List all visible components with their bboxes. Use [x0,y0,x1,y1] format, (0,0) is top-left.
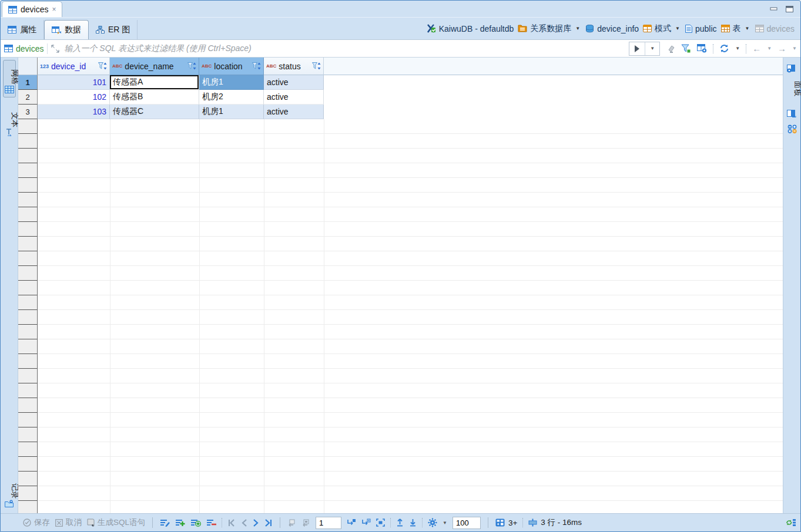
grid-cell-location[interactable]: 机房2 [199,90,264,105]
execute-filter-button[interactable] [629,42,645,55]
calc-panel-toggle[interactable]: 3+ [495,518,517,527]
scroll-page-back-button[interactable] [287,519,296,527]
grid-cell-location[interactable]: 机房1 [199,105,264,119]
divider [522,518,523,527]
grid-cell-location-selected[interactable]: 机房1 [199,75,264,90]
filter-settings-icon[interactable] [681,44,691,53]
tab-properties[interactable]: 属性 [1,20,44,40]
column-header-location[interactable]: ABC location [199,58,264,75]
refresh-dropdown-icon[interactable]: ▼ [735,46,740,51]
minimize-icon[interactable] [770,6,777,12]
import-down-button[interactable] [409,518,417,527]
duplicate-row-button[interactable] [190,518,201,527]
value-panel-button[interactable] [786,106,798,121]
editor-tab-devices[interactable]: devices × [2,1,62,17]
calc-panel-button[interactable] [786,121,798,137]
auto-refresh-icon[interactable] [786,518,796,527]
select-page-button[interactable] [376,518,385,527]
nav-forward-dropdown-icon[interactable]: ▼ [792,46,797,51]
breadcrumb-table-type[interactable]: 表 ▼ [721,23,751,34]
grid-cell-status[interactable]: active [264,90,324,105]
filter-sort-icon[interactable] [312,62,321,70]
grid-row-2: 2 102 传感器B 机房2 active [18,90,783,105]
filter-sort-icon[interactable] [252,62,261,70]
tab-er-diagram[interactable]: ER 图 [89,20,138,40]
divider [222,518,222,527]
cancel-button[interactable]: 取消 [55,517,82,528]
grid-cell-device-name[interactable]: 传感器C [110,105,199,119]
first-row-button[interactable] [227,519,236,527]
save-button[interactable]: 保存 [23,517,50,528]
generate-sql-button[interactable]: 生成SQL语句 [87,517,145,528]
value-panel-icon [787,110,797,117]
breadcrumb-database[interactable]: device_info [585,24,639,33]
fetch-all-rows-button[interactable] [361,518,371,527]
column-name: location [214,62,250,71]
grid-settings-icon[interactable] [697,44,707,53]
row-number[interactable]: 2 [18,90,38,105]
column-gridline [264,119,264,513]
tab-data[interactable]: 数据 [44,20,89,40]
column-header-device-id[interactable]: 123 device_id [38,58,110,75]
nav-back-dropdown-icon[interactable]: ▼ [767,46,772,51]
close-icon[interactable]: × [52,5,56,14]
table-gray-icon [755,25,764,32]
fetch-next-page-button[interactable] [347,518,356,527]
scroll-all-back-button[interactable] [301,519,310,527]
sql-filter-input[interactable]: 输入一个 SQL 表达式来过滤结果 (使用 Ctrl+Space) [64,43,629,54]
maximize-icon[interactable] [786,6,793,12]
eraser-icon[interactable] [666,45,675,53]
grid-row-1: 1 101 传感器A 机房1 active [18,75,783,90]
editor-tab-label: devices [21,5,48,14]
settings-dropdown-icon[interactable]: ▼ [443,520,447,526]
row-number[interactable]: 1 [18,75,38,90]
breadcrumb-db-type[interactable]: 关系数据库 ▼ [518,23,581,34]
last-row-button[interactable] [264,519,273,527]
presentation-grid-button[interactable]: 网格 [3,60,16,97]
breadcrumb: KaiwuDB - defaultdb 关系数据库 ▼ device_info [427,23,800,34]
filter-table-name: devices [4,44,43,53]
breadcrumb-connection[interactable]: KaiwuDB - defaultdb [427,24,514,33]
nav-back-icon[interactable]: ← [752,43,761,53]
result-rows-info: 3 行 - 16ms [528,517,582,528]
column-header-status[interactable]: ABC status [264,58,324,75]
presentation-text-button[interactable]: 文本 [4,103,15,140]
table-icon [8,6,17,14]
grid-cell-device-id[interactable]: 101 [38,75,110,90]
panel-settings-icon [787,65,797,73]
filter-history-dropdown[interactable]: ▼ [645,42,659,55]
panels-toggle-button[interactable]: 面板 [786,61,798,98]
edit-value-button[interactable] [160,518,170,527]
presentation-record-button[interactable]: 记录 [4,474,15,511]
filter-sort-icon[interactable] [98,62,107,70]
row-number[interactable]: 3 [18,105,38,119]
filter-sort-icon[interactable] [187,62,196,70]
chevron-down-icon[interactable]: ▼ [745,26,750,31]
column-header-device-name[interactable]: ABC device_name [110,58,199,75]
chevron-down-icon[interactable]: ▼ [675,26,680,31]
export-up-button[interactable] [396,518,404,527]
delete-row-button[interactable] [206,518,216,527]
grid-cell-device-id[interactable]: 102 [38,90,110,105]
grid-cell-device-id[interactable]: 103 [38,105,110,119]
add-row-button[interactable] [175,518,185,527]
refresh-icon[interactable] [719,44,729,53]
breadcrumb-schema[interactable]: public [685,24,717,33]
fetch-size-input[interactable] [453,517,481,529]
grid-cell-device-name-focused[interactable]: 传感器A [110,75,199,90]
grid-corner-cell[interactable] [18,58,38,75]
grid-empty-area[interactable] [18,119,783,513]
next-row-button[interactable] [253,519,259,527]
grid-cell-status[interactable]: active [264,105,324,119]
expand-filter-icon[interactable] [51,45,59,53]
page-number-input[interactable] [316,517,341,529]
application-window: devices × 属性 数据 [0,0,801,532]
result-status-bar: 保存 取消 生成SQL语句 [1,513,800,531]
chevron-down-icon[interactable]: ▼ [575,26,580,31]
grid-cell-status[interactable]: active [264,75,324,90]
nav-forward-icon[interactable]: → [777,43,786,53]
breadcrumb-schema-type[interactable]: 模式 ▼ [643,23,681,34]
settings-gear-icon[interactable] [428,518,437,527]
grid-cell-device-name[interactable]: 传感器B [110,90,199,105]
previous-row-button[interactable] [241,519,247,527]
